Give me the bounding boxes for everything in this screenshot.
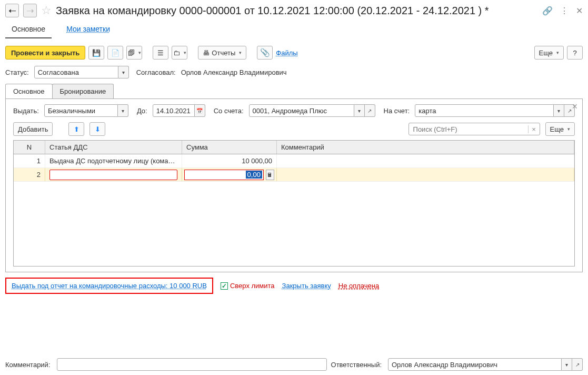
structure-button[interactable]: ☰ — [153, 46, 168, 60]
from-account-combo: 0001, Андромеда Плюс ▾ ↗ — [249, 104, 375, 117]
dds-grid: N Статья ДДС Сумма Комментарий 1 Выдача … — [13, 140, 575, 267]
subtab-main[interactable]: Основное — [5, 84, 53, 98]
not-paid-link[interactable]: Не оплачена — [338, 282, 379, 290]
kebab-menu-icon[interactable]: ⋮ — [560, 6, 569, 16]
until-value[interactable]: 14.10.2021 — [153, 104, 195, 117]
to-account-combo: карта ▾ ↗ — [415, 104, 575, 117]
create-based-on-button[interactable]: 🗐▾ — [126, 46, 142, 60]
to-acc-value[interactable]: карта — [415, 104, 554, 117]
save-icon: 💾 — [92, 49, 101, 57]
table-row[interactable]: 2 0,00 🖩 — [14, 168, 574, 182]
list-icon: ☰ — [157, 49, 164, 57]
article-cell-edit[interactable] — [49, 170, 177, 180]
grid-header: N Статья ДДС Сумма Комментарий — [14, 141, 574, 154]
status-value[interactable]: Согласована — [34, 66, 118, 78]
post-button[interactable]: 📄 — [107, 46, 123, 60]
col-comment: Комментарий — [277, 141, 574, 154]
col-article: Статья ДДС — [45, 141, 182, 154]
subtab-booking[interactable]: Бронирование — [52, 84, 114, 98]
approver-label: Согласовал: — [136, 68, 176, 76]
bottom-links-row: Выдать под отчет на командировочные расх… — [5, 278, 583, 294]
highlight-box: Выдать под отчет на командировочные расх… — [5, 278, 213, 294]
issue-method-value[interactable]: Безналичными — [44, 104, 118, 117]
attach-button[interactable]: 📎 — [257, 46, 273, 60]
folder-icon: 🗀 — [173, 49, 180, 57]
reports-button[interactable]: 🖶Отчеты▾ — [198, 46, 246, 60]
grid-toolbar: Добавить ⬆ ⬇ × Еще▾ — [13, 122, 575, 136]
col-n: N — [14, 141, 45, 154]
sum-cell-edit[interactable]: 0,00 — [184, 170, 264, 180]
more-button[interactable]: Еще▾ — [534, 46, 564, 60]
files-link[interactable]: Файлы — [276, 49, 297, 57]
responsible-value[interactable]: Орлов Александр Владимирович — [388, 358, 562, 371]
chevron-down-icon[interactable]: ▾ — [562, 358, 572, 371]
post-and-close-button[interactable]: Провести и закрыть — [5, 46, 85, 60]
chevron-down-icon[interactable]: ▾ — [118, 104, 128, 117]
until-date: 14.10.2021 📅 — [153, 104, 205, 117]
grid-search: × — [408, 123, 540, 135]
grid-more-button[interactable]: Еще▾ — [545, 122, 575, 136]
page-tabs: Основное Мои заметки — [5, 22, 583, 38]
move-up-button[interactable]: ⬆ — [68, 122, 84, 136]
col-sum: Сумма — [182, 141, 277, 154]
clear-search-icon[interactable]: × — [528, 125, 540, 133]
status-combo: Согласована ▾ — [34, 66, 129, 78]
tab-main[interactable]: Основное — [5, 22, 52, 38]
related-docs-button[interactable]: 🗀▾ — [172, 46, 187, 60]
sub-tabs: Основное Бронирование — [5, 84, 583, 99]
arrow-down-icon: ⬇ — [95, 125, 101, 133]
check-icon: ✓ — [221, 282, 228, 290]
status-row: Статус: Согласована ▾ Согласовал: Орлов … — [5, 66, 583, 78]
to-acc-label: На счет: — [384, 107, 410, 115]
arrow-up-icon: ⬆ — [74, 125, 79, 133]
chevron-down-icon[interactable]: ▾ — [354, 104, 365, 117]
copy-stack-icon: 🗐 — [128, 49, 135, 57]
forward-button[interactable]: 🠒 — [23, 4, 37, 17]
status-label: Статус: — [5, 68, 29, 76]
tab-my-notes[interactable]: Мои заметки — [60, 22, 116, 38]
from-acc-value[interactable]: 0001, Андромеда Плюс — [249, 104, 354, 117]
until-label: До: — [137, 107, 147, 115]
titlebar: 🠐 🠒 ☆ Заявка на командировку 0000-000001… — [5, 4, 583, 17]
help-button[interactable]: ? — [567, 46, 583, 60]
back-button[interactable]: 🠐 — [5, 4, 19, 17]
from-acc-label: Со счета: — [214, 107, 244, 115]
calculator-icon[interactable]: 🖩 — [266, 170, 274, 180]
open-icon[interactable]: ↗ — [365, 104, 375, 117]
approver-value: Орлов Александр Владимирович — [181, 68, 287, 76]
save-button[interactable]: 💾 — [88, 46, 104, 60]
responsible-label: Ответственный: — [331, 361, 382, 369]
panel-close-icon[interactable]: ✕ — [572, 102, 578, 111]
issue-advance-link[interactable]: Выдать под отчет на командировочные расх… — [12, 282, 207, 290]
main-toolbar: Провести и закрыть 💾 📄 🗐▾ ☰ 🗀▾ 🖶Отчеты▾ … — [5, 46, 583, 60]
issue-label: Выдать: — [13, 107, 39, 115]
issue-method-combo: Безналичными ▾ — [44, 104, 128, 117]
main-panel: ✕ Выдать: Безналичными ▾ До: 14.10.2021 … — [5, 98, 583, 272]
move-down-button[interactable]: ⬇ — [89, 122, 105, 136]
footer-row: Комментарий: Ответственный: Орлов Алекса… — [5, 358, 583, 371]
add-row-button[interactable]: Добавить — [13, 122, 53, 136]
table-row[interactable]: 1 Выдача ДС подотчетному лицу (кома… 10 … — [14, 154, 574, 168]
open-icon[interactable]: ↗ — [572, 358, 583, 371]
favorite-star-icon[interactable]: ☆ — [41, 4, 52, 17]
comment-label: Комментарий: — [5, 361, 51, 369]
post-icon: 📄 — [111, 49, 119, 57]
over-limit-checkbox[interactable]: ✓ Сверх лимита — [221, 282, 275, 290]
calendar-icon[interactable]: 📅 — [195, 104, 205, 117]
paperclip-icon: 📎 — [260, 48, 270, 57]
status-dropdown-icon[interactable]: ▾ — [118, 66, 129, 78]
link-copy-icon[interactable]: 🔗 — [542, 6, 553, 16]
print-icon: 🖶 — [203, 49, 210, 57]
chevron-down-icon[interactable]: ▾ — [554, 104, 564, 117]
close-icon[interactable]: ✕ — [576, 6, 583, 16]
comment-input[interactable] — [57, 358, 327, 371]
issue-row: Выдать: Безналичными ▾ До: 14.10.2021 📅 … — [13, 104, 575, 117]
search-input[interactable] — [409, 125, 528, 133]
window-title: Заявка на командировку 0000-000001 от 10… — [56, 5, 538, 17]
close-request-link[interactable]: Закрыть заявку — [282, 282, 331, 290]
